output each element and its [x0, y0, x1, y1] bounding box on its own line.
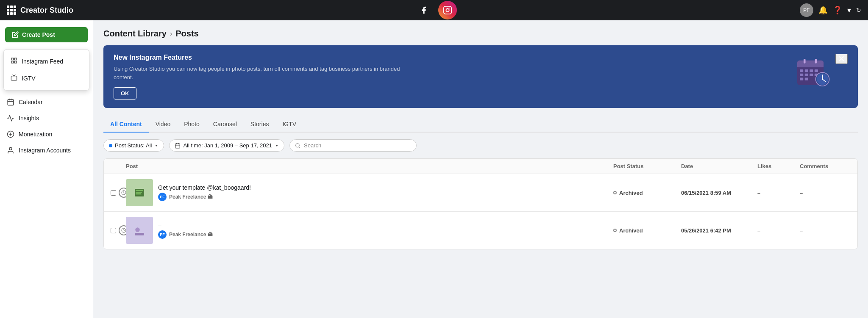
- sidebar-item-instagram-accounts[interactable]: Instagram Accounts: [0, 142, 93, 158]
- igtv-label: IGTV: [22, 75, 36, 82]
- nav-platform-switcher: [416, 1, 457, 19]
- svg-rect-2: [11, 58, 14, 60]
- date-range-filter[interactable]: All time: Jan 1, 2009 – Sep 17, 2021: [169, 139, 284, 152]
- row-2-checkbox[interactable]: [111, 227, 116, 234]
- row-1-author-avatar: PF: [158, 193, 167, 201]
- row-1-title: Get your template @kat_boogaard!: [158, 184, 613, 191]
- sidebar-item-insights[interactable]: Insights: [0, 110, 93, 126]
- tab-video[interactable]: Video: [149, 116, 178, 133]
- table-header: Post Post Status Date Likes Comments: [104, 159, 857, 174]
- search-icon: [295, 143, 300, 149]
- svg-rect-24: [800, 74, 803, 76]
- svg-rect-47: [136, 195, 142, 196]
- header-post: Post: [126, 163, 613, 169]
- row-1-post-info: Get your template @kat_boogaard! PF Peak…: [126, 179, 613, 206]
- svg-point-14: [9, 147, 12, 150]
- search-input-wrap[interactable]: [289, 139, 417, 152]
- sidebar-item-instagram-feed[interactable]: Instagram Feed: [4, 53, 89, 70]
- row-2-check: [111, 225, 126, 235]
- svg-line-40: [299, 147, 300, 147]
- row-2-author-avatar: PF: [158, 230, 167, 239]
- svg-rect-29: [805, 78, 808, 80]
- calendar-label: Calendar: [19, 99, 43, 105]
- row-1-thumbnail: [126, 179, 153, 206]
- header-likes: Likes: [757, 163, 800, 169]
- bell-icon[interactable]: 🔔: [818, 6, 828, 15]
- facebook-platform-btn[interactable]: [416, 3, 431, 18]
- row-2-author: PF Peak Freelance 🏔: [158, 230, 613, 239]
- tab-photo[interactable]: Photo: [177, 116, 206, 133]
- instagram-feed-label: Instagram Feed: [22, 58, 63, 65]
- banner-ok-button[interactable]: OK: [114, 87, 136, 100]
- person-icon: [7, 147, 14, 154]
- post-status-filter[interactable]: Post Status: All: [103, 139, 164, 152]
- row-2-comments: –: [800, 227, 851, 234]
- tab-igtv[interactable]: IGTV: [275, 116, 303, 133]
- svg-rect-22: [810, 69, 813, 72]
- row-1-checkbox[interactable]: [111, 190, 116, 196]
- row-2-post-details: – PF Peak Freelance 🏔: [158, 222, 613, 239]
- svg-rect-6: [11, 76, 17, 80]
- svg-rect-3: [14, 58, 17, 60]
- row-2-likes: –: [757, 227, 800, 234]
- row-1-author-name: Peak Freelance 🏔: [169, 194, 213, 200]
- help-icon[interactable]: ❓: [833, 6, 842, 15]
- row-1-date: 06/15/2021 8:59 AM: [681, 190, 757, 196]
- row-1-post-details: Get your template @kat_boogaard! PF Peak…: [158, 184, 613, 201]
- tab-all-content[interactable]: All Content: [103, 116, 149, 133]
- instagram-platform-btn[interactable]: [438, 1, 457, 19]
- banner-illustration: [793, 54, 835, 92]
- banner-description: Using Creator Studio you can now tag peo…: [114, 65, 410, 81]
- svg-rect-26: [810, 74, 813, 76]
- feature-banner: New Instagram Features Using Creator Stu…: [103, 45, 858, 108]
- svg-rect-21: [805, 69, 808, 72]
- feed-icon: [11, 57, 17, 66]
- row-2-date: 05/26/2021 6:42 PM: [681, 227, 757, 234]
- svg-rect-44: [136, 190, 143, 191]
- row-1-comments: –: [800, 190, 851, 196]
- sidebar-item-igtv[interactable]: IGTV: [4, 70, 89, 87]
- breadcrumb-current: Posts: [175, 29, 198, 39]
- chevron-down-icon: [154, 144, 159, 148]
- tab-carousel[interactable]: Carousel: [206, 116, 244, 133]
- svg-rect-45: [136, 192, 142, 193]
- search-input[interactable]: [304, 142, 411, 149]
- chevron-down-icon[interactable]: ▾: [847, 6, 851, 15]
- insights-icon: [7, 114, 14, 122]
- svg-rect-5: [14, 61, 17, 63]
- svg-rect-17: [797, 65, 823, 67]
- sidebar-item-calendar[interactable]: Calendar: [0, 94, 93, 110]
- svg-point-50: [135, 227, 140, 232]
- create-post-button[interactable]: Create Post: [5, 27, 88, 42]
- svg-rect-51: [135, 233, 144, 235]
- posts-table: Post Post Status Date Likes Comments: [103, 158, 858, 249]
- insights-label: Insights: [19, 115, 39, 122]
- row-2-status: Archived: [613, 227, 681, 234]
- tab-stories[interactable]: Stories: [244, 116, 276, 133]
- sidebar-item-monetization[interactable]: Monetization: [0, 126, 93, 142]
- row-2-post-info: – PF Peak Freelance 🏔: [126, 217, 613, 244]
- avatar[interactable]: PF: [800, 3, 813, 17]
- calendar-filter-icon: [175, 143, 181, 149]
- banner-close-button[interactable]: ✕: [835, 54, 848, 64]
- row-1-status: Archived: [613, 190, 681, 196]
- date-range-label: All time: Jan 1, 2009 – Sep 17, 2021: [183, 142, 272, 149]
- svg-rect-18: [804, 59, 805, 64]
- dollar-icon: [7, 130, 14, 138]
- breadcrumb-parent[interactable]: Content Library: [103, 29, 167, 39]
- chevron-date-icon: [275, 144, 279, 148]
- post-status-label: Post Status: All: [115, 142, 152, 149]
- filters-row: Post Status: All All time: Jan 1, 2009 –…: [103, 139, 858, 152]
- breadcrumb: Content Library › Posts: [103, 29, 858, 39]
- refresh-icon[interactable]: ↻: [856, 7, 861, 14]
- svg-rect-25: [805, 74, 808, 76]
- svg-rect-20: [800, 69, 803, 72]
- banner-title: New Instagram Features: [114, 54, 786, 61]
- header-comments: Comments: [800, 163, 851, 169]
- instagram-accounts-label: Instagram Accounts: [19, 147, 71, 154]
- svg-rect-35: [175, 144, 180, 148]
- table-row: – PF Peak Freelance 🏔 Archived 05/26/202…: [104, 212, 857, 249]
- status-dot-indicator: [109, 144, 112, 147]
- row-1-status-dot: [613, 191, 617, 194]
- main-layout: Create Post Instagram Feed IGTV Calendar: [0, 20, 868, 318]
